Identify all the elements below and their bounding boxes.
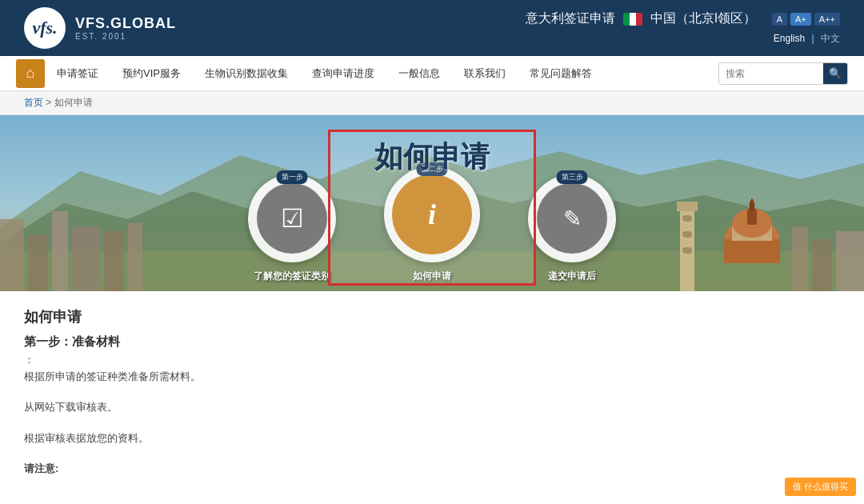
watermark: 值 什么值得买 [785,478,856,496]
logo-area: vfs. VFS.GLOBAL EST. 2001 [24,7,176,49]
nav-contact[interactable]: 联系我们 [464,62,506,85]
search-input[interactable] [719,68,823,79]
breadcrumb: 首页 > 如何申请 [0,91,864,115]
step-1-outer[interactable]: ☑ [248,174,336,262]
nav-track[interactable]: 查询申请进度 [312,62,374,85]
lang-chinese[interactable]: 中文 [821,33,840,44]
logo-circle: vfs. [24,7,66,49]
site-location: 中国（北京l领区） [650,10,756,27]
step-1-item: ☑ 第一步 了解您的签证类别 [248,174,336,283]
nav-general-info[interactable]: 一般信息 [398,62,440,85]
font-btn-aplusplus[interactable]: A++ [814,13,840,26]
nav-apply-visa[interactable]: 申请签证 [57,62,98,85]
hero-title: 如何申请 [374,138,490,177]
header-right: 意大利签证申请 中国（北京l领区） A A+ A++ English | 中文 [526,10,840,46]
flag-green [623,13,630,26]
watermark-text: 值 什么值得买 [793,482,848,491]
nav-bar: ⌂ 申请签证 预约VIP服务 生物识别数据收集 查询申请进度 一般信息 联系我们… [0,56,864,91]
step-1-label: 了解您的签证类别 [254,270,330,283]
content-main-title: 如何申请 [24,307,840,326]
search-bar: 🔍 [718,62,848,85]
flag-white [630,13,636,26]
step-1-inner: ☑ [257,183,327,254]
flag-red [636,13,642,26]
top-header: vfs. VFS.GLOBAL EST. 2001 意大利签证申请 中国（北京l… [0,0,864,56]
breadcrumb-current: 如何申请 [54,97,93,108]
logo-vfs-text: vfs. [32,18,57,38]
content-line3: 根据审核表据放您的资料。 [24,429,840,447]
step-3-wrap: ✎ 第三步 [528,174,616,262]
hero-section: 如何申请 ☑ 第一步 了解您的签证类别 i [0,115,864,291]
lang-divider: | [812,33,814,44]
header-title-area: 意大利签证申请 中国（北京l领区） [526,10,756,27]
step-3-inner: ✎ [537,183,607,254]
nav-items: 申请签证 预约VIP服务 生物识别数据收集 查询申请进度 一般信息 联系我们 常… [57,62,592,85]
logo-brand: VFS.GLOBAL [75,15,176,32]
content-line2: 从网站下载审核表。 [24,398,840,416]
home-button[interactable]: ⌂ [16,59,45,88]
nav-faq[interactable]: 常见问题解答 [530,62,592,85]
lang-switcher: English | 中文 [774,32,840,46]
content-line1: 根据所申请的签证种类准备所需材料。 [24,367,840,386]
content-note: 请注意: [24,459,840,478]
content-step1-title: 第一步：准备材料 [24,334,840,350]
step-3-badge: 第三步 [557,170,588,184]
content-section: 如何申请 第一步：准备材料 ： 根据所申请的签证种类准备所需材料。 从网站下载审… [0,291,864,494]
step-3-label: 递交申请后 [548,270,596,283]
site-title: 意大利签证申请 [526,10,615,27]
step-1-wrap: ☑ 第一步 [248,174,336,262]
step-1-badge: 第一步 [277,170,308,184]
hero-title-box: 如何申请 [374,138,490,177]
nav-biometric[interactable]: 生物识别数据收集 [205,62,288,85]
step-3-icon: ✎ [563,206,582,232]
breadcrumb-home[interactable]: 首页 [24,97,43,108]
lang-english[interactable]: English [774,33,805,44]
italy-flag [623,13,642,26]
header-top-right: 意大利签证申请 中国（北京l领区） A A+ A++ [526,10,840,27]
font-size-buttons: A A+ A++ [772,13,840,26]
content-colon: ： [24,353,840,367]
logo-brand-area: VFS.GLOBAL EST. 2001 [75,15,176,41]
logo-sub: EST. 2001 [75,32,176,41]
nav-vip-service[interactable]: 预约VIP服务 [122,62,181,85]
step-3-item: ✎ 第三步 递交申请后 [528,174,616,283]
search-button[interactable]: 🔍 [823,62,847,85]
font-btn-a[interactable]: A [772,13,787,26]
font-btn-aplus[interactable]: A+ [790,13,811,26]
breadcrumb-separator: > [46,97,54,108]
step-3-outer[interactable]: ✎ [528,174,616,262]
step-1-icon: ☑ [281,203,304,234]
